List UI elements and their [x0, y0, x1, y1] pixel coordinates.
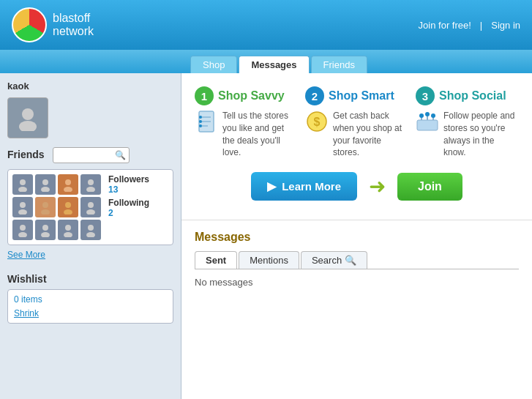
svg-point-16	[88, 202, 94, 208]
learn-more-button[interactable]: ▶ Learn More	[251, 172, 357, 201]
logo-icon	[12, 7, 47, 42]
svg-point-14	[65, 202, 71, 208]
avatar	[7, 97, 48, 138]
header: blastoff network Join for free! | Sign i…	[0, 0, 532, 50]
svg-point-40	[425, 112, 430, 116]
svg-point-24	[88, 225, 94, 231]
svg-point-12	[42, 202, 48, 208]
logo-main: blastoff	[53, 12, 94, 25]
svg-point-31	[199, 120, 202, 123]
tab-friends[interactable]: Friends	[311, 56, 367, 73]
friends-title: Friends	[7, 149, 45, 160]
friend-avatar	[80, 174, 101, 195]
join-free-link[interactable]: Join for free!	[419, 20, 471, 31]
svg-point-22	[65, 225, 71, 231]
friend-avatar	[80, 220, 101, 240]
following-label: Following	[108, 198, 149, 208]
wishlist-section: Wishlist 0 items Shrink	[7, 273, 173, 324]
followers-count: 13	[108, 184, 118, 195]
logo-sub: network	[53, 25, 94, 38]
cta-area: ▶ Learn More ➜ Join	[195, 159, 519, 209]
svg-point-19	[18, 232, 27, 237]
svg-point-15	[64, 209, 72, 215]
friends-section: Friends 🔍	[7, 147, 173, 260]
svg-point-21	[41, 232, 50, 237]
join-button[interactable]: Join	[397, 173, 462, 201]
header-separator: |	[480, 20, 482, 31]
nav-bar: Shop Messages Friends	[0, 50, 532, 73]
play-icon: ▶	[267, 179, 276, 193]
header-links: Join for free! | Sign in	[419, 20, 520, 31]
tab-messages[interactable]: Messages	[239, 56, 309, 73]
friends-search-input[interactable]	[56, 150, 115, 160]
friends-box: Followers 13 Following 2	[7, 169, 173, 245]
avatar-area	[7, 97, 173, 138]
svg-point-3	[18, 187, 27, 192]
svg-point-30	[199, 116, 202, 119]
step1-body: Tell us the stores you like and get the …	[195, 110, 298, 159]
step2-icon: $	[305, 110, 329, 133]
messages-tab-sent[interactable]: Sent	[195, 251, 237, 269]
friends-search-wrap[interactable]: 🔍	[53, 147, 130, 163]
tab-shop[interactable]: Shop	[190, 56, 237, 73]
shop-step-2: 2 Shop Smart $ Get cash back when you sh…	[305, 86, 408, 159]
svg-point-13	[41, 209, 50, 215]
svg-point-39	[419, 113, 424, 118]
svg-point-32	[199, 124, 202, 127]
wishlist-shrink-link[interactable]: Shrink	[14, 308, 39, 318]
wishlist-title: Wishlist	[7, 273, 173, 285]
friend-avatar	[35, 220, 56, 240]
main-layout: kaok Friends 🔍	[0, 73, 532, 399]
svg-point-11	[18, 209, 27, 215]
svg-point-23	[64, 232, 72, 237]
svg-point-10	[20, 202, 26, 208]
svg-point-6	[65, 179, 71, 185]
svg-point-20	[42, 225, 48, 231]
step2-desc: Get cash back when you shop at your favo…	[333, 110, 408, 159]
wishlist-box: 0 items Shrink	[7, 289, 173, 324]
step3-number-icon: 3	[416, 86, 435, 105]
messages-tab-mentions[interactable]: Mentions	[239, 251, 299, 269]
friend-avatar	[12, 174, 33, 195]
see-more-link[interactable]: See More	[7, 250, 173, 260]
followers-label: Followers	[108, 174, 149, 184]
svg-point-5	[41, 187, 50, 192]
messages-heading: Messages	[195, 231, 519, 244]
step2-body: $ Get cash back when you shop at your fa…	[305, 110, 408, 159]
sign-in-link[interactable]: Sign in	[491, 20, 520, 31]
username-label: kaok	[7, 81, 173, 92]
following-count: 2	[108, 208, 113, 218]
sidebar: kaok Friends 🔍	[0, 73, 181, 399]
followers-item: Followers 13	[108, 174, 149, 195]
user-silhouette-icon	[15, 105, 41, 131]
shop-steps: 1 Shop Savvy	[195, 86, 519, 159]
no-messages-label: No messages	[195, 277, 519, 288]
svg-point-18	[20, 225, 26, 231]
svg-point-41	[431, 113, 435, 118]
search-icon-button[interactable]: 🔍	[115, 150, 126, 160]
messages-area: Messages Sent Mentions Search 🔍 No messa…	[181, 220, 532, 298]
step3-title: Shop Social	[439, 89, 506, 102]
friend-avatar	[12, 197, 33, 217]
messages-tabs: Sent Mentions Search 🔍	[195, 251, 519, 269]
shop-info-panel: 1 Shop Savvy	[181, 73, 532, 220]
learn-more-label: Learn More	[282, 180, 341, 193]
step1-title: Shop Savvy	[218, 89, 285, 102]
messages-search-label: Search	[312, 255, 342, 266]
step3-desc: Follow people and stores so you're alway…	[443, 110, 519, 159]
svg-point-9	[86, 187, 95, 192]
step3-icon	[416, 110, 439, 133]
svg-point-1	[19, 121, 37, 131]
messages-tab-search[interactable]: Search 🔍	[301, 251, 367, 269]
step1-icon	[195, 110, 218, 133]
content-area: 1 Shop Savvy	[181, 73, 532, 399]
svg-point-17	[86, 209, 95, 215]
friend-avatar	[58, 174, 78, 195]
friend-avatar	[35, 174, 56, 195]
friend-avatar	[12, 220, 33, 240]
shop-step-1: 1 Shop Savvy	[195, 86, 298, 159]
messages-search-icon: 🔍	[345, 255, 356, 266]
svg-point-7	[64, 187, 72, 192]
friend-avatar	[58, 220, 78, 240]
svg-point-8	[88, 179, 94, 185]
